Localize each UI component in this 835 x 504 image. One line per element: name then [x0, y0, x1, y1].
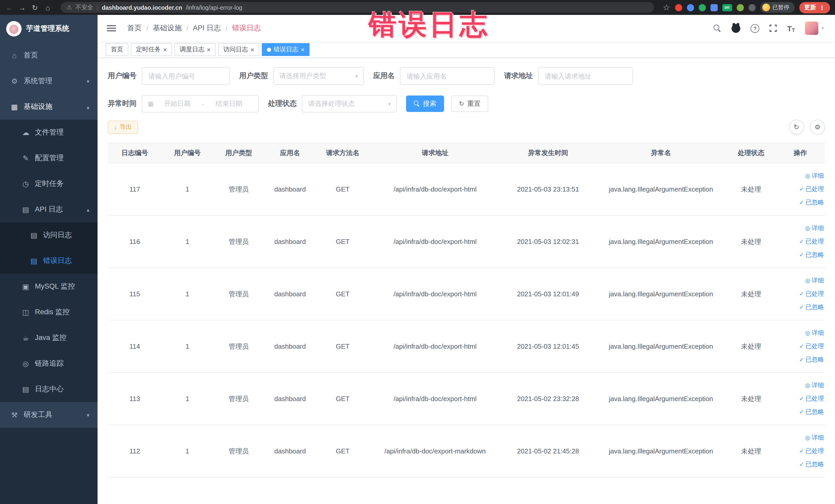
breadcrumb-home[interactable]: 首页	[127, 24, 142, 33]
breadcrumb-api-log[interactable]: API 日志	[193, 24, 221, 33]
sidebar-item-home[interactable]: ⌂ 首页	[0, 43, 98, 68]
mark-ignored-link[interactable]: ✓ 已忽略	[779, 301, 824, 314]
sidebar-item-trace[interactable]: ◎ 链路追踪	[0, 351, 98, 377]
sidebar-item-log-center[interactable]: ▤ 日志中心	[0, 377, 98, 402]
date-range-picker[interactable]: ▦ 开始日期 - 结束日期	[142, 95, 259, 113]
close-icon[interactable]: ×	[301, 46, 304, 53]
logo[interactable]: 芋道管理系统	[0, 15, 98, 43]
fullscreen-icon[interactable]	[770, 25, 777, 32]
tab-scheduled-tasks[interactable]: 定时任务 ×	[131, 43, 172, 56]
tab-label: 错误日志	[273, 45, 298, 54]
search-icon[interactable]	[714, 24, 721, 32]
tab-home[interactable]: 首页	[106, 43, 128, 56]
detail-link[interactable]: ◎ 详细	[779, 222, 824, 235]
extension-icon-grid[interactable]	[710, 4, 717, 11]
chevron-down-icon: ▾	[355, 73, 358, 79]
close-icon[interactable]: ×	[207, 46, 210, 53]
chevron-up-icon: ▴	[87, 207, 89, 212]
mark-ignored-link[interactable]: ✓ 已忽略	[779, 248, 824, 262]
extension-icon-paw[interactable]	[748, 4, 755, 11]
export-button[interactable]: ↓ 导出	[108, 120, 138, 134]
extension-icon-drop[interactable]	[687, 4, 694, 11]
address-bar[interactable]: ⚠ 不安全 | dashboard.yudao.iocoder.cn /infr…	[61, 2, 654, 13]
user-id-input[interactable]	[142, 67, 230, 85]
cell-method: GET	[316, 425, 370, 477]
cell-exception-name: java.lang.IllegalArgumentException	[595, 425, 727, 477]
reload-icon[interactable]: ↻	[31, 3, 39, 12]
sidebar-item-infrastructure[interactable]: ▦ 基础设施 ▴	[0, 94, 98, 120]
mark-ignored-link[interactable]: ✓ 已忽略	[779, 353, 824, 366]
user-type-select[interactable]: 请选择用户类型 ▾	[273, 67, 364, 85]
mark-ignored-link[interactable]: ✓ 已忽略	[779, 458, 824, 471]
extension-icon-leaf[interactable]	[736, 4, 744, 11]
mark-processed-link[interactable]: ✓ 已处理	[779, 392, 824, 405]
sidebar-item-access-log[interactable]: ▤ 访问日志	[0, 222, 98, 248]
grid-icon: ▦	[10, 103, 19, 111]
tab-schedule-log[interactable]: 调度日志 ×	[175, 43, 216, 56]
browser-update-button[interactable]: 更新 ⋮	[799, 2, 830, 13]
sidebar-item-api-log[interactable]: ▤ API 日志 ▴	[0, 197, 98, 222]
security-label[interactable]: 不安全	[76, 4, 93, 11]
mark-ignored-link[interactable]: ✓ 已忽略	[779, 405, 824, 419]
close-icon[interactable]: ×	[250, 46, 254, 53]
check-icon: ✓	[799, 462, 804, 467]
tab-error-log[interactable]: 错误日志 ×	[262, 43, 309, 56]
sidebar-item-config-management[interactable]: ✎ 配置管理	[0, 145, 98, 171]
profile-paused-badge[interactable]: 已暂停	[760, 2, 794, 13]
check-icon: ✓	[799, 357, 804, 363]
forward-icon[interactable]: →	[18, 3, 26, 12]
mark-ignored-link[interactable]: ✓ 已忽略	[779, 196, 824, 209]
help-icon[interactable]: ?	[751, 24, 759, 33]
app-name-input[interactable]	[400, 67, 495, 85]
detail-link[interactable]: ◎ 详细	[779, 379, 824, 392]
mark-processed-link[interactable]: ✓ 已处理	[779, 444, 824, 458]
download-icon: ↓	[114, 124, 117, 130]
bookmark-star-icon[interactable]: ☆	[663, 3, 670, 12]
process-status-select[interactable]: 请选择处理状态 ▾	[302, 95, 397, 113]
hamburger-icon[interactable]	[107, 25, 116, 31]
sidebar-item-mysql-monitor[interactable]: ▣ MySQL 监控	[0, 274, 98, 299]
detail-link[interactable]: ◎ 详细	[779, 326, 824, 340]
sidebar-item-file-management[interactable]: ☁ 文件管理	[0, 120, 98, 145]
cell-log-id: 115	[108, 268, 162, 320]
extension-icon-red[interactable]	[675, 4, 682, 11]
sidebar-item-java-monitor[interactable]: ☕ Java 监控	[0, 325, 98, 351]
sidebar-item-redis-monitor[interactable]: ◫ Redis 监控	[0, 299, 98, 325]
extension-icon-green[interactable]	[698, 4, 706, 11]
search-button[interactable]: 搜索	[406, 96, 444, 112]
mark-processed-link[interactable]: ✓ 已处理	[779, 287, 824, 301]
cell-process-status: 未处理	[727, 268, 776, 320]
mark-processed-link[interactable]: ✓ 已处理	[779, 235, 824, 248]
request-url-input[interactable]	[538, 67, 633, 85]
menu-dots-icon[interactable]: ⋮	[819, 4, 825, 11]
sidebar-item-dev-tools[interactable]: ⚒ 研发工具 ▾	[0, 402, 98, 428]
detail-link[interactable]: ◎ 详细	[779, 169, 824, 183]
breadcrumb-infrastructure[interactable]: 基础设施	[153, 24, 182, 33]
detail-link[interactable]: ◎ 详细	[779, 431, 824, 444]
mark-processed-link[interactable]: ✓ 已处理	[779, 340, 824, 353]
sidebar-item-scheduled-tasks[interactable]: ◷ 定时任务	[0, 171, 98, 197]
cell-process-status: 未处理	[727, 425, 776, 477]
back-icon[interactable]: ←	[5, 3, 13, 12]
extension-icon-on[interactable]: on	[722, 4, 732, 11]
tab-access-log[interactable]: 访问日志 ×	[218, 43, 259, 56]
detail-link[interactable]: ◎ 详细	[779, 274, 824, 287]
home-icon[interactable]: ⌂	[44, 3, 52, 12]
reset-button[interactable]: ↻ 重置	[451, 96, 488, 112]
mark-processed-link[interactable]: ✓ 已处理	[779, 183, 824, 196]
cell-exception-time: 2021-05-02 21:45:28	[501, 425, 595, 477]
font-size-icon[interactable]: TT	[787, 24, 795, 33]
user-menu[interactable]: ▾	[805, 22, 824, 35]
github-icon[interactable]	[732, 24, 740, 33]
sidebar-item-error-log[interactable]: ▤ 错误日志	[0, 248, 98, 274]
gear-icon: ⚙	[10, 77, 19, 85]
table-row: 114 1 管理员 dashboard GET /api/infra/db-do…	[108, 320, 825, 372]
check-icon: ✓	[799, 200, 804, 205]
close-icon[interactable]: ×	[163, 46, 167, 53]
refresh-button[interactable]: ↻	[789, 120, 804, 135]
tag-tabbar: 首页 定时任务 × 调度日志 × 访问日志 × 错误日志 ×	[98, 42, 835, 58]
sidebar-item-system-management[interactable]: ⚙ 系统管理 ▾	[0, 68, 98, 94]
sidebar-item-label: 研发工具	[24, 410, 53, 420]
avatar[interactable]	[805, 22, 819, 35]
column-settings-button[interactable]: ⚙	[810, 120, 825, 135]
